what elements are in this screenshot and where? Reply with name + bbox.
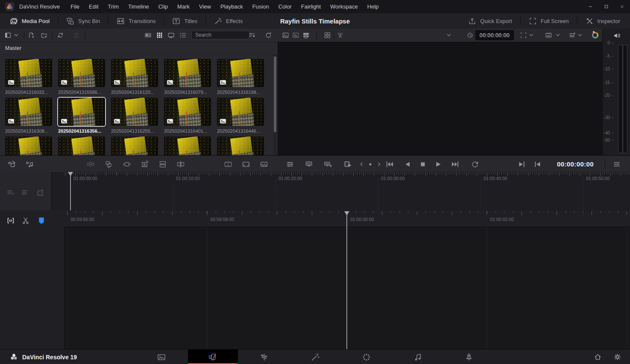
page-deliver[interactable] [444,349,494,364]
menu-davinci-resolve[interactable]: DaVinci Resolve [18,3,66,10]
clip-item[interactable]: 202502041316079... [164,59,211,95]
source-clip-mode-button[interactable] [280,30,290,41]
dissolve-transition-button[interactable] [241,159,251,169]
source-select-chevron[interactable] [445,30,452,41]
play-button[interactable] [433,159,443,169]
previous-edit-button[interactable] [533,159,543,169]
bin-breadcrumb[interactable]: Master [0,42,278,55]
page-fusion[interactable] [290,349,340,364]
replace-clip-button[interactable] [103,159,114,169]
media-pool-button[interactable]: Media Pool [2,13,58,29]
menu-edit[interactable]: Edit [84,3,103,10]
source-tape-play-button[interactable] [343,159,353,169]
menu-playback[interactable]: Playback [216,3,248,10]
bin-list-toggle-button[interactable] [3,30,13,41]
full-screen-button[interactable]: Full Screen [521,13,577,29]
metadata-view-button[interactable] [143,30,153,41]
menu-timeline[interactable]: Timeline [123,3,154,10]
track-tools-icon[interactable] [20,188,30,198]
clip-item[interactable]: 202502041316308... [5,98,52,134]
timeline-mode-button[interactable] [301,30,311,41]
menu-workspace[interactable]: Workspace [325,3,363,10]
clip-item[interactable] [217,137,264,155]
multi-source-button[interactable] [322,30,332,41]
menu-mark[interactable]: Mark [173,3,194,10]
source-overwrite-button[interactable] [158,159,168,169]
menu-fusion[interactable]: Fusion [248,3,274,10]
page-edit[interactable] [239,349,289,364]
enhance-chevron[interactable] [577,30,583,41]
broadcast-icon[interactable] [335,30,345,41]
zoom-fit-button[interactable] [518,30,528,41]
resolve-fx-button[interactable] [590,30,600,41]
timeline-timecode[interactable]: 00:00:00:00 [553,156,598,172]
smart-insert-button[interactable] [6,159,17,169]
timeline-options-button[interactable] [612,159,622,169]
clip-item[interactable]: 202502041316120... [111,59,158,95]
minimize-button[interactable] [583,0,598,13]
project-home-button[interactable] [590,349,605,364]
menu-help[interactable]: Help [363,3,384,10]
scrollbar-thumb[interactable] [274,56,276,132]
list-view-button[interactable] [178,30,188,41]
settings-button[interactable] [609,349,625,364]
source-tape-mode-button[interactable] [290,30,301,41]
strip-view-button[interactable] [166,30,176,41]
clip-view-icon[interactable] [35,188,45,198]
page-color[interactable] [342,349,392,364]
inspector-button[interactable]: Inspector [577,13,628,29]
camera-poi-button[interactable]: POI [304,159,314,169]
place-on-top-button[interactable] [140,159,150,169]
record-icon[interactable] [367,159,374,169]
timeline-options-icon[interactable] [6,188,16,198]
refresh-bin-button[interactable] [263,30,273,41]
clip-item[interactable]: 202502041316446... [217,98,264,134]
clip-item[interactable]: 202502041316356... [58,98,105,134]
relink-media-button[interactable] [55,30,65,41]
menu-file[interactable]: File [66,3,84,10]
speaker-icon[interactable] [613,32,621,40]
zoom-chevron[interactable] [528,30,535,41]
bin-list-chevron-icon[interactable] [13,30,20,41]
overview-ruler[interactable]: 01:00:00:0001:00:10:0001:00:20:0001:00:3… [51,172,630,210]
menu-clip[interactable]: Clip [154,3,173,10]
add-marker-button[interactable] [36,215,47,226]
page-media[interactable] [137,349,187,364]
cut-transition-button[interactable] [223,159,233,169]
clip-item[interactable] [58,137,105,155]
split-clip-button[interactable] [176,159,186,169]
viewer-timecode[interactable]: 00:00:00:00 [475,30,514,40]
go-to-start-button[interactable] [384,159,395,169]
clip-item[interactable]: 202502041316401... [164,98,211,134]
play-reverse-button[interactable] [402,159,413,169]
menu-color[interactable]: Color [274,3,296,10]
menu-fairlight[interactable]: Fairlight [296,3,325,10]
quick-export-button[interactable]: Quick Export [460,13,520,29]
clip-item[interactable] [111,137,158,155]
smooth-cut-button[interactable] [259,159,269,169]
razor-button[interactable] [21,215,31,226]
ripple-overwrite-button[interactable] [85,159,96,169]
import-media-button[interactable] [26,30,36,41]
image-enhance-button[interactable] [567,30,577,41]
clip-item[interactable] [164,137,211,155]
unlink-media-button[interactable] [71,30,81,41]
clip-item[interactable]: 202502041316198... [217,59,264,95]
thumbnail-view-button[interactable] [154,30,164,41]
quality-chevron[interactable] [554,30,561,41]
menu-view[interactable]: View [194,3,216,10]
page-fairlight[interactable] [393,349,443,364]
page-cut[interactable] [188,349,238,364]
close-button[interactable] [614,0,630,13]
sort-button[interactable] [247,30,257,41]
clip-item[interactable] [5,137,52,155]
import-folder-button[interactable] [39,30,49,41]
playback-quality-button[interactable]: HQ [543,30,554,41]
tools-button[interactable] [285,159,295,169]
next-edit-button[interactable] [516,159,527,169]
clip-item[interactable]: 202502041316255... [111,98,158,134]
sync-bin-button[interactable]: Sync Bin [58,13,108,29]
maximize-button[interactable] [598,0,614,13]
stop-button[interactable] [418,159,428,169]
go-to-end-button[interactable] [450,159,460,169]
